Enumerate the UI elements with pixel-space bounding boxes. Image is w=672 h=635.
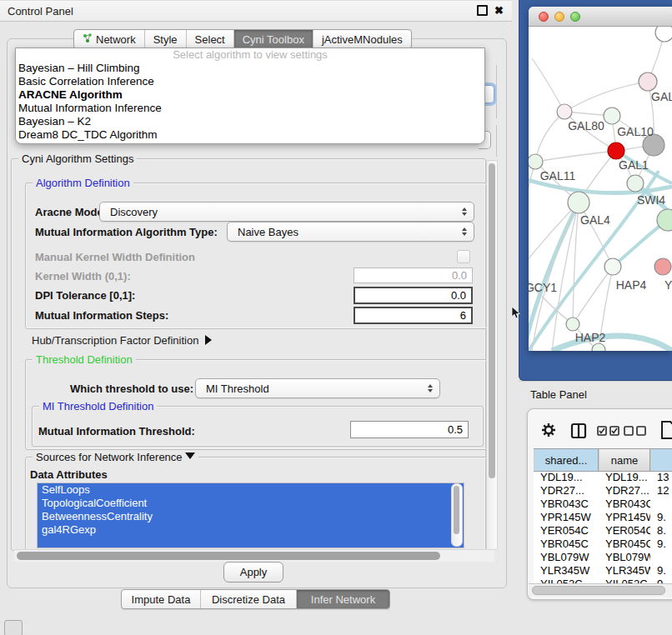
settings-vertical-scrollbar[interactable] (486, 160, 498, 550)
table-row[interactable]: YDL19...YDL19...13 (534, 471, 672, 484)
checked-boxes-icon[interactable] (597, 426, 620, 437)
attribute-item[interactable]: gal4RGexp (38, 523, 464, 537)
algorithm-option[interactable]: Dream8 DC_TDC Algorithm (16, 128, 484, 142)
mi-algorithm-type-combo[interactable]: Naive Bayes (227, 222, 474, 242)
tab-select[interactable]: Select (187, 30, 234, 48)
tab-infer-network[interactable]: Infer Network (297, 590, 389, 608)
which-threshold-value: MI Threshold (196, 382, 424, 395)
table-row[interactable]: YLR345WYLR345W9. (534, 564, 672, 578)
column-split-icon[interactable] (570, 422, 587, 439)
tab-label: Network (96, 33, 136, 46)
expand-arrow-icon[interactable] (205, 335, 212, 345)
tab-jactivemnodules[interactable]: jActiveMNodules (313, 30, 411, 48)
mac-close-icon[interactable] (539, 12, 549, 22)
kernel-width-field[interactable]: 0.0 (354, 268, 473, 283)
network-edge[interactable] (535, 112, 564, 162)
network-canvas[interactable]: GALGAL80GAL10GAL1GAL11SWI4GAL4GCY1HAP4YH… (529, 27, 672, 351)
attribute-item[interactable]: SelfLoops (38, 483, 464, 497)
attribute-item[interactable]: TopologicalCoefficient (38, 497, 464, 510)
close-icon[interactable]: ✖ (494, 5, 504, 16)
dpi-tolerance-label: DPI Tolerance [0,1]: (35, 289, 135, 302)
network-node[interactable] (592, 343, 605, 351)
network-node-gal1[interactable] (608, 142, 624, 159)
column-header[interactable]: shared... (534, 449, 599, 471)
mi-steps-field[interactable]: 6 (354, 307, 473, 324)
float-window-icon[interactable] (477, 5, 488, 16)
network-node-gal[interactable] (639, 72, 657, 91)
table-row[interactable]: YBL079WYBL079W (534, 551, 672, 564)
network-edge[interactable] (535, 151, 616, 162)
table-cell: YDR27... (599, 484, 650, 498)
unchecked-boxes-icon[interactable] (624, 426, 647, 437)
mac-zoom-icon[interactable] (570, 12, 580, 22)
table-cell (650, 498, 672, 511)
mac-minimize-icon[interactable] (554, 12, 564, 22)
table-row[interactable]: YDR27...YDR27...12 (534, 484, 672, 498)
table-row[interactable]: YBR043CYBR043C (534, 498, 672, 511)
network-node-gal11[interactable] (529, 154, 543, 169)
network-window-titlebar[interactable] (529, 7, 672, 27)
aracne-mode-combo[interactable]: Discovery (99, 202, 474, 222)
table-row[interactable]: YBR045CYBR045C9. (534, 538, 672, 551)
manual-kernel-checkbox[interactable] (457, 250, 470, 263)
network-node-y[interactable] (654, 258, 671, 275)
hub-definition-toggle[interactable]: Hub/Transcription Factor Definition (32, 334, 212, 347)
tab-network[interactable]: Network (74, 30, 145, 48)
apply-button[interactable]: Apply (223, 562, 283, 582)
dpi-tolerance-field[interactable]: 0.0 (354, 287, 473, 304)
attribute-item-partial[interactable] (38, 537, 464, 548)
attribute-item[interactable]: BetweennessCentrality (38, 510, 464, 523)
table-horizontal-scrollbar[interactable] (529, 583, 672, 597)
data-attributes-label: Data Attributes (30, 468, 108, 481)
tab-discretize-data[interactable]: Discretize Data (201, 590, 297, 608)
attributes-scrollbar[interactable] (451, 483, 463, 547)
overview-grid-icon[interactable] (4, 620, 23, 635)
table-row[interactable]: YPR145WYPR145W9. (534, 511, 672, 524)
sources-title[interactable]: Sources for Network Inference (33, 451, 198, 463)
screen: { "colors": { "selection_blue": "#3c6fd6… (0, 0, 672, 635)
mi-threshold-definition-title: MI Threshold Definition (39, 400, 157, 412)
table-header-row[interactable]: shared...name (534, 448, 672, 472)
network-node-gal4[interactable] (568, 192, 589, 213)
algorithm-option[interactable]: Mutual Information Inference (16, 102, 484, 115)
collapse-arrow-icon[interactable] (185, 452, 195, 459)
table-panel-header: Table Panel (519, 381, 672, 407)
network-node-label: GAL1 (619, 158, 649, 172)
network-node-hap4[interactable] (604, 258, 621, 275)
settings-horizontal-scrollbar[interactable] (14, 549, 494, 562)
which-threshold-combo[interactable]: MI Threshold (195, 378, 440, 398)
network-edge[interactable] (532, 58, 564, 112)
network-node-gal10[interactable] (604, 108, 620, 124)
network-node-label: SWI4 (637, 193, 665, 207)
table-cell: YBL079W (599, 551, 650, 564)
network-node-gal80[interactable] (557, 104, 572, 119)
algorithm-option[interactable]: Bayesian – K2 (16, 115, 484, 128)
algorithm-option[interactable]: ARACNE Algorithm (16, 88, 484, 102)
export-table-icon[interactable] (660, 420, 672, 440)
network-edge-thick[interactable] (552, 336, 672, 351)
mi-threshold-value: 0.5 (448, 423, 463, 436)
combo-arrows-icon (424, 384, 437, 392)
hidden-groupbox-edge (496, 65, 497, 118)
mi-threshold-field[interactable]: 0.5 (350, 421, 469, 438)
network-node-swi4[interactable] (627, 175, 644, 192)
network-edge[interactable] (573, 202, 579, 324)
column-header[interactable] (650, 449, 672, 471)
network-node[interactable] (655, 27, 672, 42)
mi-threshold-label: Mutual Information Threshold: (38, 425, 195, 438)
table-row[interactable]: YER054CYER054C8. (534, 524, 672, 538)
algorithm-option[interactable]: Basic Correlation Inference (16, 75, 484, 88)
algorithm-option[interactable]: Bayesian – Hill Climbing (16, 62, 484, 75)
algorithm-dropdown[interactable]: Select algorithm to view settings Bayesi… (15, 48, 485, 144)
tab-style[interactable]: Style (145, 30, 187, 48)
table-cell: YER054C (534, 524, 599, 538)
tab-label: Impute Data (132, 593, 191, 606)
network-edge[interactable] (564, 82, 648, 112)
tab-impute-data[interactable]: Impute Data (122, 590, 201, 608)
table-body[interactable]: YDL19...YDL19...13YDR27...YDR27...12YBR0… (534, 471, 672, 591)
column-header[interactable]: name (599, 449, 650, 471)
gear-icon[interactable] (540, 422, 557, 438)
tab-cyni-toolbox[interactable]: Cyni Toolbox (234, 30, 313, 48)
network-node-hap2[interactable] (566, 318, 579, 331)
data-attributes-list[interactable]: SelfLoopsTopologicalCoefficientBetweenne… (37, 482, 464, 548)
